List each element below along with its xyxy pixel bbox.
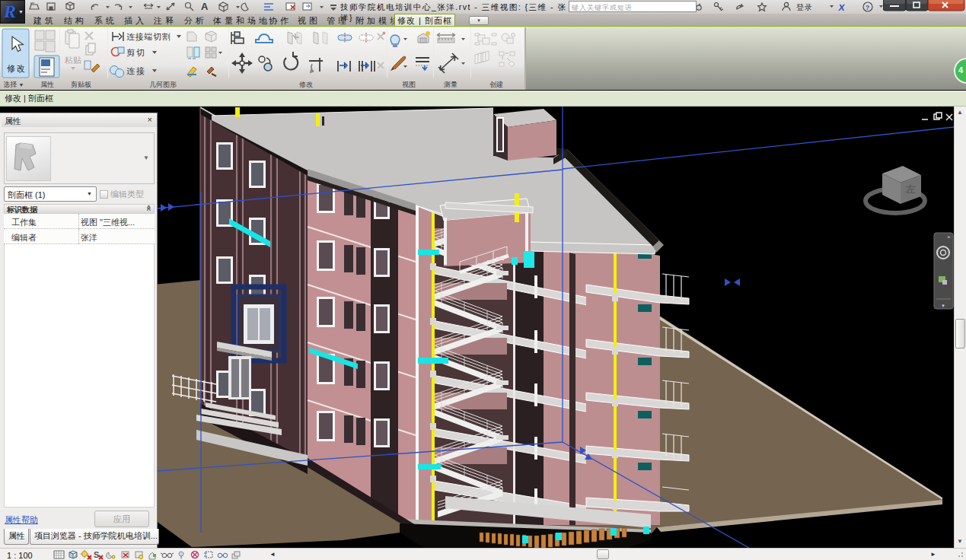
svg-text:连接: 连接 — [126, 66, 145, 75]
svg-text:粘贴: 粘贴 — [64, 56, 81, 65]
svg-text:×: × — [947, 234, 951, 240]
svg-text:左: 左 — [905, 183, 916, 195]
svg-text:连接端切割: 连接端切割 — [126, 32, 171, 41]
svg-text:A: A — [201, 1, 209, 12]
svg-text:▼: ▼ — [941, 304, 945, 308]
svg-text:X: X — [838, 2, 846, 13]
svg-text:?: ? — [866, 4, 870, 11]
svg-text:剪切: 剪切 — [126, 48, 145, 57]
svg-text:S: S — [94, 550, 99, 559]
svg-text:登录: 登录 — [796, 3, 813, 11]
